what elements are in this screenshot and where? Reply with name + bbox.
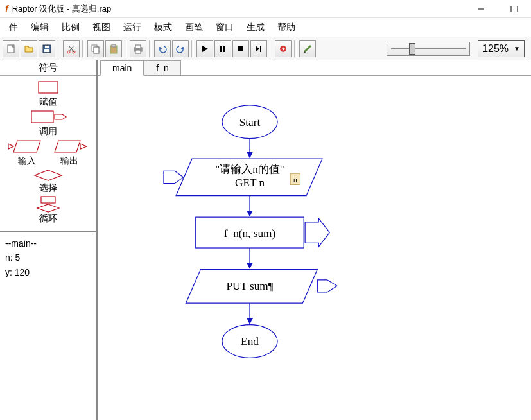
input-badge-text: n	[293, 175, 298, 184]
svg-rect-27	[31, 111, 53, 123]
undo-icon	[157, 44, 168, 54]
toolbar-separator	[82, 40, 85, 57]
symbol-select[interactable]: 选择	[32, 168, 64, 194]
svg-marker-30	[35, 170, 62, 180]
toolbar-separator	[58, 40, 60, 57]
symbol-call-label: 调用	[39, 126, 57, 137]
minimize-button[interactable]	[472, 3, 490, 15]
menu-window[interactable]: 窗口	[209, 19, 240, 36]
input-icon	[8, 139, 46, 155]
symbols-palette: 赋值 调用 输入	[0, 76, 96, 232]
watch-var: y: 120	[5, 265, 91, 279]
loop-icon	[32, 195, 64, 213]
input-prompt-text: "请输入n的值"	[215, 163, 284, 175]
svg-marker-32	[37, 204, 59, 212]
print-icon	[133, 44, 143, 54]
window-title: Raptor 汉化版 - 真递归.rap	[12, 3, 472, 15]
run-button[interactable]	[196, 40, 213, 57]
svg-rect-1	[511, 6, 518, 12]
symbol-input[interactable]: 输入	[8, 139, 46, 167]
stop-button[interactable]	[232, 40, 249, 57]
svg-rect-22	[260, 46, 261, 52]
svg-rect-15	[135, 45, 141, 48]
zoom-select[interactable]: 125% ▼	[478, 40, 525, 57]
menu-generate[interactable]: 生成	[240, 19, 271, 36]
watch-var: n: 5	[5, 250, 91, 265]
title-bar: f Raptor 汉化版 - 真递归.rap	[0, 0, 531, 18]
output-icon	[51, 139, 88, 155]
symbol-loop[interactable]: 循环	[32, 195, 64, 225]
svg-rect-11	[94, 47, 99, 53]
left-pane: 符号 赋值 调用	[0, 60, 98, 420]
undo-button[interactable]	[154, 40, 171, 57]
symbol-output[interactable]: 输出	[51, 139, 88, 167]
start-label: Start	[239, 116, 261, 128]
toolbar-separator	[294, 40, 297, 57]
diamond-icon	[32, 168, 64, 182]
tab-main[interactable]: main	[100, 60, 144, 76]
output-arrow-icon	[317, 280, 337, 292]
menu-mode[interactable]: 模式	[148, 19, 178, 36]
output-text: PUT sum¶	[226, 280, 273, 292]
tab-bar: main f_n	[98, 60, 531, 76]
copy-icon	[91, 44, 101, 54]
breakpoint-button[interactable]	[275, 40, 292, 57]
pen-icon	[302, 44, 313, 54]
window-controls	[472, 3, 526, 15]
svg-rect-31	[41, 197, 55, 203]
play-icon	[200, 44, 210, 54]
pen-button[interactable]	[299, 40, 316, 57]
new-file-button[interactable]	[3, 40, 19, 57]
content-area: 符号 赋值 调用	[0, 60, 531, 420]
new-file-icon	[6, 44, 16, 54]
chevron-down-icon: ▼	[514, 45, 520, 52]
pause-icon	[218, 44, 228, 54]
svg-marker-29	[55, 141, 80, 152]
menu-help[interactable]: 帮助	[271, 19, 302, 36]
menu-bar: 件 编辑 比例 视图 运行 模式 画笔 窗口 生成 帮助	[0, 18, 531, 37]
flowchart-canvas[interactable]: Start "请输入n的值" GET n n f_n(n, sum) PUT s	[98, 76, 531, 420]
symbols-title: 符号	[0, 60, 96, 76]
breakpoint-icon	[278, 44, 288, 54]
menu-scale[interactable]: 比例	[55, 19, 86, 36]
input-var-text: GET n	[235, 177, 265, 189]
menu-ink[interactable]: 画笔	[178, 19, 209, 36]
pause-button[interactable]	[214, 40, 231, 57]
tab-f-n[interactable]: f_n	[144, 60, 180, 76]
call-text: f_n(n, sum)	[224, 227, 275, 240]
print-button[interactable]	[130, 40, 146, 57]
menu-view[interactable]: 视图	[86, 19, 117, 36]
stop-icon	[236, 44, 246, 54]
toolbar: 125% ▼	[0, 37, 531, 60]
svg-rect-26	[39, 82, 58, 93]
symbol-output-label: 输出	[60, 155, 78, 167]
scissors-icon	[66, 44, 76, 54]
svg-rect-16	[135, 50, 141, 53]
svg-rect-2	[8, 45, 14, 53]
redo-button[interactable]	[172, 40, 189, 57]
input-arrow-icon	[164, 171, 184, 183]
watch-main-label: --main--	[5, 236, 91, 250]
menu-edit[interactable]: 编辑	[24, 19, 55, 36]
svg-rect-20	[238, 46, 243, 51]
svg-rect-19	[223, 46, 225, 52]
slider-thumb[interactable]	[409, 43, 415, 55]
svg-line-24	[304, 46, 311, 52]
save-button[interactable]	[39, 40, 55, 57]
symbol-call[interactable]: 调用	[25, 109, 71, 137]
flowchart-svg: Start "请输入n的值" GET n n f_n(n, sum) PUT s	[98, 76, 531, 420]
svg-rect-5	[45, 46, 49, 48]
copy-button[interactable]	[87, 40, 104, 57]
symbol-assign[interactable]: 赋值	[32, 80, 64, 108]
paste-icon	[109, 44, 119, 54]
maximize-button[interactable]	[505, 3, 523, 15]
menu-file[interactable]: 件	[3, 19, 24, 36]
open-file-button[interactable]	[21, 40, 37, 57]
menu-run[interactable]: 运行	[117, 19, 148, 36]
paste-button[interactable]	[105, 40, 122, 57]
speed-slider[interactable]	[387, 42, 470, 56]
cut-button[interactable]	[63, 40, 80, 57]
step-button[interactable]	[250, 40, 267, 57]
svg-rect-18	[220, 46, 222, 52]
toolbar-separator	[125, 40, 127, 57]
